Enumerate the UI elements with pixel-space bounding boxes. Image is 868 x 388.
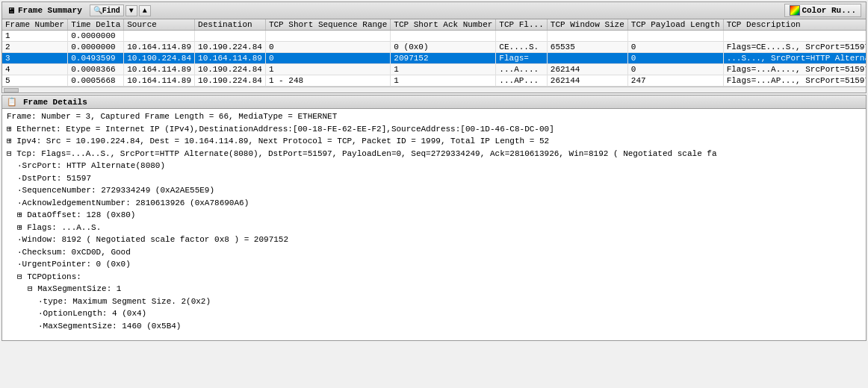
find-button[interactable]: 🔍 Find <box>90 4 124 16</box>
frame-icon: 🖥 <box>7 6 15 16</box>
col-tcp-seq: TCP Short Sequence Range <box>265 19 390 31</box>
frame-details-header: 📋 Frame Details <box>2 96 866 109</box>
table-row[interactable]: 30.049359910.190.224.8410.164.114.890209… <box>2 53 866 64</box>
detail-line[interactable]: ⊟ MaxSegmentSize: 1 <box>5 283 863 295</box>
frame-details-content: Frame: Number = 3, Captured Frame Length… <box>2 109 866 340</box>
color-rule-icon <box>790 5 800 16</box>
detail-line[interactable]: ⊞ Ipv4: Src = 10.190.224.84, Dest = 10.1… <box>5 135 863 148</box>
detail-line: ·SequenceNumber: 2729334249 (0xA2AE55E9) <box>5 184 863 197</box>
color-rule-button[interactable]: Color Ru... <box>784 4 861 17</box>
frame-summary-panel: 🖥 Frame Summary 🔍 Find ▼ ▲ Color Ru... <box>1 1 867 93</box>
col-destination: Destination <box>195 19 266 31</box>
detail-line[interactable]: ⊞ Flags: ...A..S. <box>5 222 863 234</box>
scroll-thumb[interactable] <box>4 88 19 93</box>
up-arrow-icon: ▲ <box>143 7 147 15</box>
detail-line: ·type: Maximum Segment Size. 2(0x2) <box>5 295 863 308</box>
table-row[interactable]: 40.000836610.164.114.8910.190.224.8411..… <box>2 64 866 75</box>
col-time-delta: Time Delta <box>68 19 124 31</box>
table-header-row: Frame Number Time Delta Source Destinati… <box>2 19 866 31</box>
detail-line: ·Window: 8192 ( Negotiated scale factor … <box>5 234 863 246</box>
col-tcp-desc: TCP Description <box>723 19 866 31</box>
col-tcp-fl: TCP Fl... <box>496 19 547 31</box>
detail-line: ·DstPort: 51597 <box>5 172 863 185</box>
frame-summary-header: 🖥 Frame Summary 🔍 Find ▼ ▲ Color Ru... <box>2 2 866 19</box>
frame-summary-table: Frame Number Time Delta Source Destinati… <box>2 19 866 87</box>
detail-line[interactable]: ⊟ Tcp: Flags=...A..S., SrcPort=HTTP Alte… <box>5 148 863 160</box>
detail-line[interactable]: ⊟ TCPOptions: <box>5 271 863 284</box>
table-row[interactable]: 50.000566810.164.114.8910.190.224.841 - … <box>2 75 866 87</box>
frame-details-panel: 📋 Frame Details Frame: Number = 3, Captu… <box>1 95 867 341</box>
detail-line: Frame: Number = 3, Captured Frame Length… <box>5 110 863 123</box>
col-source: Source <box>124 19 195 31</box>
scroll-bar[interactable] <box>2 87 866 93</box>
col-tcp-payload: TCP Payload Length <box>627 19 723 31</box>
detail-line: ·UrgentPointer: 0 (0x0) <box>5 258 863 271</box>
frame-summary-title: Frame Summary <box>18 6 82 15</box>
down-button[interactable]: ▼ <box>125 5 137 16</box>
frame-summary-table-container: Frame Number Time Delta Source Destinati… <box>2 19 866 87</box>
detail-line: ·AcknowledgementNumber: 2810613926 (0xA7… <box>5 197 863 210</box>
detail-line[interactable]: ⊞ DataOffset: 128 (0x80) <box>5 209 863 222</box>
detail-line: ·Checksum: 0xCD0D, Good <box>5 246 863 259</box>
frame-summary-toolbar: 🖥 Frame Summary 🔍 Find ▼ ▲ Color Ru... <box>7 4 861 17</box>
detail-line: ·SrcPort: HTTP Alternate(8080) <box>5 160 863 172</box>
find-label: Find <box>102 7 120 15</box>
table-row[interactable]: 20.000000010.164.114.8910.190.224.8400 (… <box>2 42 866 53</box>
detail-line[interactable]: ⊞ Ethernet: Etype = Internet IP (IPv4),D… <box>5 123 863 136</box>
col-tcp-ack: TCP Short Ack Number <box>391 19 496 31</box>
down-arrow-icon: ▼ <box>129 7 134 15</box>
find-icon: 🔍 <box>93 6 102 15</box>
detail-line: ·MaxSegmentSize: 1460 (0x5B4) <box>5 320 863 333</box>
details-icon: 📋 <box>7 97 17 107</box>
color-rule-label: Color Ru... <box>802 6 856 15</box>
col-frame-number: Frame Number <box>2 19 68 31</box>
up-button[interactable]: ▲ <box>139 5 151 16</box>
detail-line: ·OptionLength: 4 (0x4) <box>5 307 863 320</box>
frame-details-title: Frame Details <box>23 98 87 107</box>
table-row[interactable]: 10.0000000 <box>2 31 866 42</box>
col-tcp-window: TCP Window Size <box>547 19 627 31</box>
